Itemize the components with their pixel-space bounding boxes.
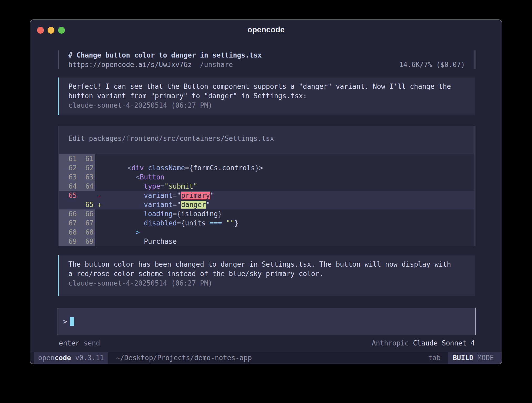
prompt-symbol: > — [63, 318, 67, 326]
code-token — [111, 173, 136, 181]
token-cost-stats: 14.6K/7% ($0.07) — [399, 60, 474, 69]
diff-marker — [95, 237, 107, 246]
share-url-link[interactable]: https://opencode.ai/s/UwJxv76z — [68, 60, 192, 69]
code-token: className — [148, 164, 185, 172]
brand-space — [71, 354, 75, 362]
assistant-message-1: Perfect! I can see that the Button compo… — [58, 78, 475, 115]
window-title: opencode — [30, 25, 502, 34]
hints-spacer — [100, 338, 372, 348]
hints-row: enter send Anthropic Claude Sonnet 4 — [59, 338, 475, 348]
code-line: Purchase — [107, 237, 177, 246]
working-directory: ~/Desktop/Projects/demo-notes-app — [116, 352, 252, 364]
code-token: variant — [144, 192, 173, 199]
session-spacer — [233, 60, 399, 69]
code-token: } — [234, 219, 239, 227]
statusbar-spacer — [252, 352, 428, 364]
old-line-number — [59, 200, 78, 209]
diff-marker — [95, 182, 107, 191]
new-line-number: 63 — [78, 173, 95, 182]
code-line: > — [107, 228, 140, 237]
code-token: = — [185, 164, 189, 172]
new-line-number: 68 — [78, 228, 95, 237]
text-cursor — [70, 317, 74, 326]
code-token: type — [144, 182, 160, 190]
mode-chip[interactable]: BUILD MODE — [448, 352, 502, 364]
code-token: " — [177, 201, 181, 209]
diff-row: 6161 — [59, 154, 474, 163]
diff-row: 6363 <Button — [59, 173, 474, 182]
new-line-number: 62 — [78, 163, 95, 173]
old-line-number: 66 — [59, 209, 78, 219]
code-token — [144, 164, 148, 172]
code-line: <div className={formCs.controls}> — [107, 163, 263, 173]
enter-key-hint: enter — [59, 338, 79, 348]
code-token — [111, 237, 144, 245]
edit-tool-header: Edit packages/frontend/src/containers/Se… — [59, 126, 474, 154]
code-token: = — [177, 219, 181, 227]
code-token — [222, 219, 226, 227]
old-line-number: 65 — [59, 191, 78, 200]
code-token: "submit" — [165, 182, 197, 190]
mode-rest: MODE — [477, 354, 494, 362]
diff-view: 61616262 <div className={formCs.controls… — [59, 154, 474, 246]
code-token — [111, 192, 144, 199]
model-name: Claude Sonnet 4 — [413, 338, 475, 348]
new-line-number: 61 — [78, 154, 95, 163]
session-header: # Change button color to danger in setti… — [58, 50, 475, 69]
code-token: danger — [181, 201, 206, 209]
code-token: {isLoading} — [177, 210, 222, 218]
code-token — [111, 219, 144, 227]
brand-code: code — [55, 354, 71, 362]
old-line-number: 62 — [59, 163, 78, 173]
code-token — [111, 164, 127, 172]
brand-open: open — [38, 354, 55, 362]
unshare-command[interactable]: /unshare — [200, 60, 233, 69]
code-token: = — [173, 201, 177, 209]
code-token: " — [210, 192, 214, 199]
code-token: Button — [140, 173, 165, 181]
assistant-message-2: The button color has been changed to dan… — [58, 255, 475, 296]
diff-marker — [95, 219, 107, 228]
code-token: = — [173, 192, 177, 199]
assistant-message-2-meta: claude-sonnet-4-20250514 (06:27 PM) — [68, 278, 475, 288]
diff-marker — [95, 173, 107, 182]
diff-marker — [95, 163, 107, 173]
code-token: primary — [181, 192, 210, 199]
old-line-number: 63 — [59, 173, 78, 182]
diff-marker — [95, 154, 107, 163]
tab-key-hint[interactable]: tab — [428, 352, 441, 364]
code-line: loading={isLoading} — [107, 209, 222, 219]
diff-marker: + — [95, 200, 107, 209]
code-token: div — [131, 164, 144, 172]
code-token: < — [136, 173, 140, 181]
diff-row: 6868 > — [59, 228, 474, 237]
code-token: " — [177, 192, 181, 199]
mode-space — [473, 354, 478, 362]
prompt-input[interactable]: > — [58, 308, 476, 335]
code-token — [111, 228, 136, 236]
code-token — [111, 182, 144, 190]
code-token: === — [210, 219, 222, 227]
code-line: variant="primary" — [107, 191, 214, 200]
code-token: disabled — [144, 219, 177, 227]
old-line-number: 67 — [59, 219, 78, 228]
diff-marker — [95, 209, 107, 219]
new-line-number — [78, 191, 95, 200]
diff-row: 6969 Purchase — [59, 237, 474, 246]
old-line-number: 68 — [59, 228, 78, 237]
code-token: Purchase — [144, 237, 177, 245]
code-token: variant — [144, 201, 173, 209]
diff-row: 6262 <div className={formCs.controls}> — [59, 163, 474, 173]
session-title: # Change button color to danger in setti… — [68, 50, 474, 60]
assistant-message-2-text: The button color has been changed to dan… — [68, 260, 475, 278]
app-version-chip: opencode v0.3.11 — [34, 352, 108, 364]
code-token: > — [259, 164, 263, 172]
new-line-number: 69 — [78, 237, 95, 246]
session-subline: https://opencode.ai/s/UwJxv76z /unshare … — [68, 60, 474, 69]
diff-row: 6464 type="submit" — [59, 182, 474, 191]
code-token — [111, 201, 144, 209]
mode-bold: BUILD — [453, 354, 473, 362]
new-line-number: 65 — [78, 200, 95, 209]
status-bar: opencode v0.3.11 ~/Desktop/Projects/demo… — [30, 352, 502, 364]
send-hint: send — [84, 338, 100, 348]
